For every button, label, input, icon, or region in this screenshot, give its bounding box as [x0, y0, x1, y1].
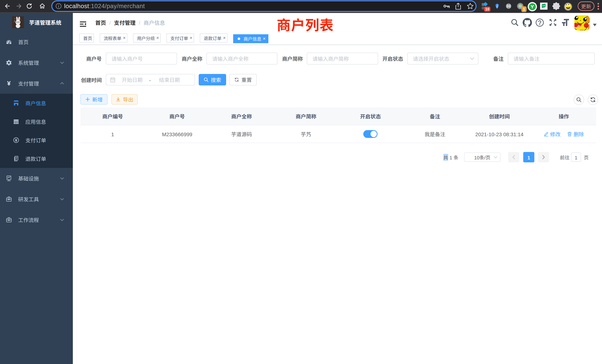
- svg-text:¥: ¥: [7, 80, 11, 87]
